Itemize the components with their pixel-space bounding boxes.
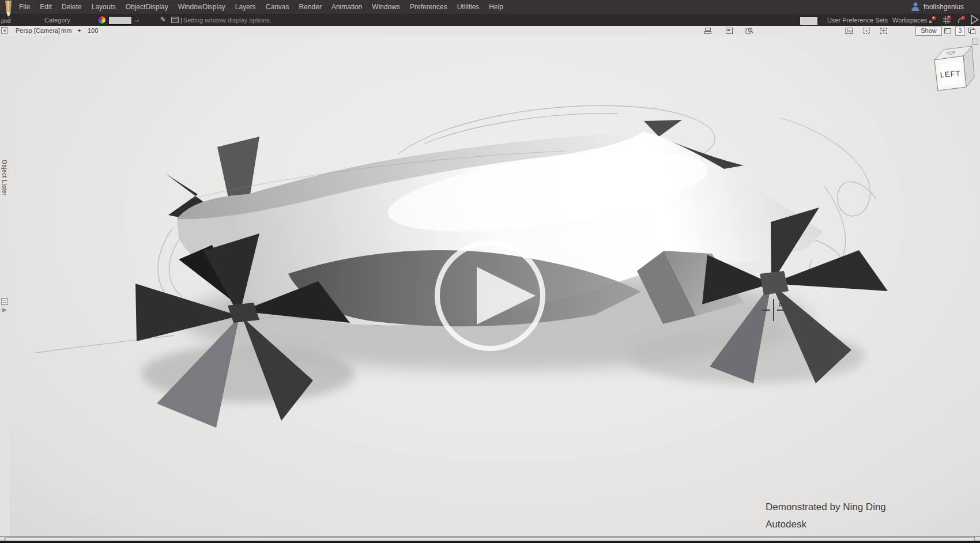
- menu-canvas[interactable]: Canvas: [266, 3, 289, 11]
- menu-utilities[interactable]: Utilities: [457, 3, 480, 11]
- menu-file[interactable]: File: [19, 3, 30, 11]
- menu-layouts[interactable]: Layouts: [92, 3, 116, 11]
- play-button[interactable]: [435, 240, 545, 351]
- canvas-frame-icon[interactable]: [944, 27, 952, 35]
- page-number-box[interactable]: 3: [955, 27, 965, 36]
- credit-line-1: Demonstrated by Ning Ding: [766, 499, 886, 516]
- menu-help[interactable]: Help: [489, 3, 503, 11]
- viewport-corner-widget[interactable]: [972, 39, 978, 45]
- logo-caption: pnd: [1, 18, 11, 24]
- arrow-right-icon[interactable]: [133, 16, 140, 24]
- zoom-stepper-icon[interactable]: [77, 28, 81, 33]
- units-label[interactable]: mm: [61, 27, 71, 34]
- workspaces-button[interactable]: Workspaces: [892, 17, 927, 24]
- credit-line-2: Autodesk: [766, 516, 886, 533]
- left-panel-strip: Object Lister: [0, 36, 10, 536]
- shade-view-icon[interactable]: [845, 27, 853, 35]
- window-display-icon[interactable]: [171, 17, 179, 23]
- menu-edit[interactable]: Edit: [40, 3, 52, 11]
- menu-render[interactable]: Render: [299, 3, 322, 11]
- zoom-region-icon[interactable]: [745, 27, 753, 35]
- pencil-tool-icon[interactable]: [160, 16, 166, 24]
- user-preference-sets-button[interactable]: User Preference Sets: [827, 17, 888, 24]
- menu-objectdisplay[interactable]: ObjectDisplay: [126, 3, 168, 11]
- shelf-flyout-triangle-icon[interactable]: [970, 14, 979, 25]
- scrollbar-left-box[interactable]: [0, 537, 5, 541]
- username-label: foolishgenius: [924, 3, 964, 11]
- video-credits: Demonstrated by Ning Ding Autodesk: [766, 499, 886, 533]
- workspace-node-icon[interactable]: [928, 15, 937, 25]
- strip-panel-icon[interactable]: [1, 298, 8, 305]
- view-bar: Persp [Camera] mm 100: [0, 26, 980, 36]
- named-view-icon[interactable]: [725, 27, 733, 35]
- selection-frame-icon[interactable]: [862, 27, 870, 35]
- view-cube-front-label: LEFT: [940, 69, 961, 79]
- scrollbar-right-box[interactable]: [974, 537, 980, 541]
- center-pivot-icon[interactable]: [880, 27, 888, 35]
- main-menu: File Edit Delete Layouts ObjectDisplay W…: [19, 0, 503, 14]
- object-lister-tab[interactable]: Object Lister: [1, 160, 7, 196]
- color-wheel-icon[interactable]: [98, 16, 105, 24]
- layer-stack-icon[interactable]: [704, 27, 712, 35]
- bottom-edge-bar: [0, 541, 980, 543]
- user-account[interactable]: foolishgenius: [911, 2, 964, 12]
- alias-app-window: File Edit Delete Layouts ObjectDisplay W…: [0, 0, 980, 543]
- menu-bar: File Edit Delete Layouts ObjectDisplay W…: [0, 0, 980, 14]
- strip-pin-icon[interactable]: [1, 307, 8, 314]
- perspective-viewport[interactable]: TOP LEFT P Demonstrated by Ning Ding Aut…: [10, 36, 980, 536]
- menu-layers[interactable]: Layers: [235, 3, 256, 11]
- shelf-search-input[interactable]: [800, 16, 817, 25]
- menu-windows[interactable]: Windows: [372, 3, 400, 11]
- show-button[interactable]: Show: [915, 27, 942, 36]
- workspace-hook-icon[interactable]: [956, 15, 966, 25]
- workspace-grid-icon[interactable]: [942, 15, 952, 25]
- status-prompt: Setting window display options.: [180, 17, 272, 24]
- category-label[interactable]: Category: [44, 17, 70, 24]
- app-logo-pencil-icon[interactable]: [1, 1, 15, 19]
- menu-windowdisplay[interactable]: WindowDisplay: [178, 3, 225, 11]
- shelf-value-field[interactable]: [108, 16, 132, 25]
- pane-collapse-icon[interactable]: [1, 27, 7, 34]
- view-cube[interactable]: TOP LEFT: [934, 46, 974, 90]
- cursor-snap-label: P: [779, 301, 783, 308]
- play-triangle-icon: [477, 267, 536, 325]
- zoom-value[interactable]: 100: [88, 27, 98, 34]
- units-toggle-icon[interactable]: [54, 27, 60, 34]
- menu-delete[interactable]: Delete: [62, 3, 82, 11]
- user-avatar-icon: [911, 2, 920, 12]
- panel-copy-icon[interactable]: [968, 27, 976, 35]
- menu-animation[interactable]: Animation: [331, 3, 362, 11]
- menu-preferences[interactable]: Preferences: [410, 3, 447, 11]
- shelf-bar: pnd Category Setting window display opti…: [0, 14, 980, 26]
